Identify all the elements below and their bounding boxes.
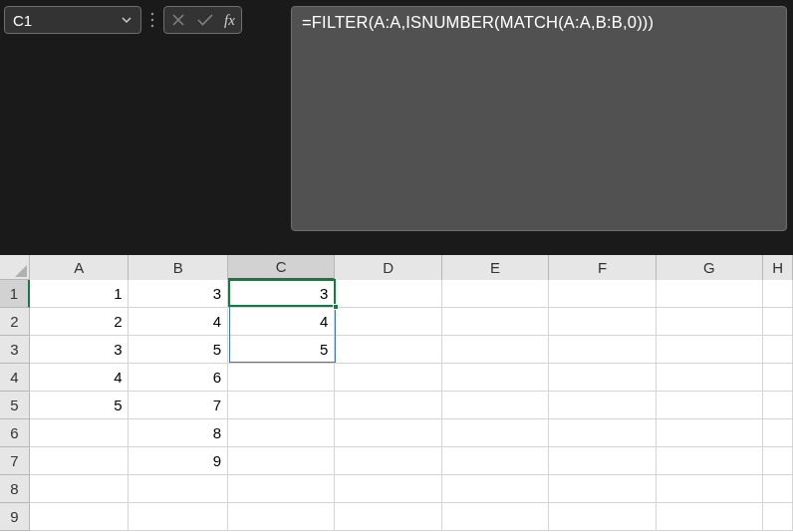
cell[interactable] [335,308,441,336]
cell[interactable] [549,503,656,531]
cell[interactable] [129,475,227,503]
cell[interactable] [335,503,441,531]
cell[interactable] [30,475,129,503]
cell[interactable] [442,475,549,503]
cell[interactable] [442,280,549,308]
cell[interactable] [30,419,129,447]
cell[interactable] [763,364,793,392]
cell[interactable] [442,308,549,336]
row-header[interactable]: 2 [0,308,29,336]
cell[interactable] [335,280,441,308]
cell[interactable] [657,392,763,419]
cell[interactable]: 3 [30,336,129,364]
cell[interactable] [549,475,656,503]
cell[interactable]: 9 [129,447,227,475]
cell[interactable] [228,364,335,392]
cell[interactable] [442,503,549,531]
cell[interactable]: 8 [129,419,227,447]
cell[interactable]: 3 [228,280,335,308]
cell[interactable] [442,336,549,364]
row-header[interactable]: 7 [0,447,29,475]
cell[interactable] [442,447,549,475]
cell[interactable] [549,419,656,447]
cell[interactable] [549,336,656,364]
cell[interactable] [763,475,793,503]
cell[interactable] [657,280,763,308]
column-header[interactable]: C [228,255,335,280]
cell[interactable] [763,447,793,475]
cell[interactable]: 1 [30,280,129,308]
row-header[interactable]: 9 [0,503,29,531]
cell[interactable]: 5 [129,336,227,364]
cell[interactable] [763,503,793,531]
row-header[interactable]: 4 [0,364,29,392]
cell[interactable] [549,280,656,308]
cell[interactable]: 6 [129,364,227,392]
cell[interactable] [657,364,763,392]
cell[interactable] [228,419,335,447]
cell[interactable] [228,503,335,531]
cell[interactable] [549,364,656,392]
insert-function-icon[interactable]: fx [224,12,235,29]
select-all-corner[interactable] [0,255,30,280]
cells-area[interactable]: 133244355465789 [30,280,793,532]
formula-bar-input[interactable]: =FILTER(A:A,ISNUMBER(MATCH(A:A,B:B,0))) [291,6,787,231]
cell[interactable] [763,392,793,419]
cell[interactable] [442,392,549,419]
cell[interactable] [763,280,793,308]
cell[interactable] [657,475,763,503]
column-header[interactable]: B [129,255,227,280]
cell[interactable]: 7 [129,392,227,419]
cell[interactable] [657,503,763,531]
cell[interactable] [442,364,549,392]
cell[interactable] [335,447,441,475]
table-row: 57 [30,392,793,419]
cell[interactable] [228,447,335,475]
cell[interactable] [657,447,763,475]
row-header[interactable]: 5 [0,392,29,419]
cell[interactable] [228,392,335,419]
cell[interactable] [129,503,227,531]
column-header[interactable]: G [657,255,763,280]
cell[interactable]: 2 [30,308,129,336]
cell[interactable] [442,419,549,447]
name-box-dropdown-icon[interactable] [121,14,132,26]
cell[interactable] [549,392,656,419]
cell[interactable] [335,475,441,503]
cell[interactable]: 4 [30,364,129,392]
name-box-value: C1 [13,12,32,29]
cell[interactable] [763,419,793,447]
cell[interactable] [30,503,129,531]
cancel-formula-icon[interactable] [170,12,186,28]
row-header[interactable]: 8 [0,475,29,503]
cell[interactable] [335,392,441,419]
cell[interactable] [30,447,129,475]
column-header[interactable]: A [30,255,129,280]
cell[interactable]: 4 [228,308,335,336]
column-header[interactable]: H [763,255,793,280]
cell[interactable] [335,336,441,364]
column-header[interactable]: F [549,255,656,280]
row-header[interactable]: 3 [0,336,29,364]
name-box[interactable]: C1 [4,6,141,34]
cell[interactable] [657,308,763,336]
cell[interactable] [657,419,763,447]
cell[interactable]: 5 [30,392,129,419]
cell[interactable] [763,308,793,336]
row-header[interactable]: 1 [0,280,30,308]
cell[interactable]: 3 [129,280,227,308]
cell[interactable] [335,364,441,392]
table-row: 133 [30,280,793,308]
cell[interactable]: 4 [129,308,227,336]
cell[interactable] [228,475,335,503]
row-header[interactable]: 6 [0,419,29,447]
cell[interactable] [335,419,441,447]
column-header[interactable]: D [335,255,441,280]
enter-formula-icon[interactable] [196,12,214,28]
cell[interactable] [657,336,763,364]
cell[interactable] [549,308,656,336]
cell[interactable] [549,447,656,475]
cell[interactable] [763,336,793,364]
cell[interactable]: 5 [228,336,335,364]
column-header[interactable]: E [442,255,549,280]
